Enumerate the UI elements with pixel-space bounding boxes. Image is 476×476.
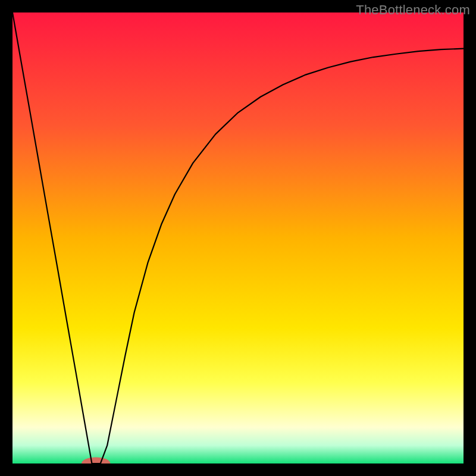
- chart-frame: { "watermark": "TheBottleneck.com", "cha…: [0, 0, 476, 476]
- watermark-text: TheBottleneck.com: [356, 2, 470, 18]
- chart-plot: [12, 12, 464, 464]
